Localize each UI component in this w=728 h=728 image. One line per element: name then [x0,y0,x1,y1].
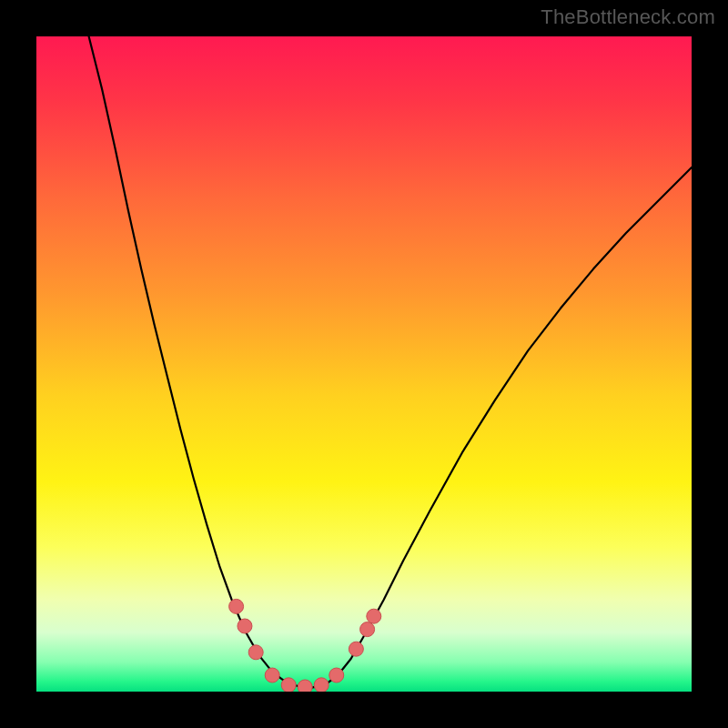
data-marker [265,668,279,682]
chart-frame: TheBottleneck.com [0,0,728,728]
data-marker [360,622,375,637]
data-marker [349,642,363,656]
plot-area [36,36,692,692]
data-marker [238,619,252,633]
watermark-text: TheBottleneck.com [541,5,715,29]
data-marker [329,668,344,682]
data-marker [298,680,312,692]
chart-svg [36,36,692,692]
data-marker [229,599,244,613]
data-marker [281,678,296,692]
data-marker [367,609,381,623]
data-marker [314,678,329,692]
data-marker [248,645,263,660]
gradient-background [36,36,692,692]
